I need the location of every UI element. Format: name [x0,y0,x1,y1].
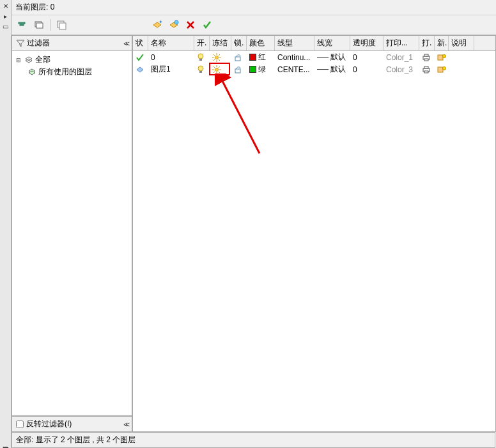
new-vp-icon [437,54,446,61]
header-linetype[interactable]: 线型 [275,36,314,50]
svg-rect-29 [438,55,443,60]
plot-cell[interactable] [419,54,435,61]
svg-rect-45 [424,66,428,68]
svg-rect-15 [199,59,202,61]
lineweight-cell[interactable]: 默认 [314,52,350,63]
freeze-cell[interactable] [210,65,231,74]
layer-states-button[interactable] [54,18,68,32]
collapse-footer-icon[interactable]: << [123,421,128,428]
menu-dock-icon[interactable]: ▭ [1,22,10,31]
svg-point-14 [198,54,203,59]
transparency-cell[interactable]: 0 [350,53,384,62]
svg-line-42 [213,72,215,73]
new-property-filter-button[interactable] [15,18,29,32]
svg-marker-31 [137,67,143,72]
svg-rect-1 [20,24,24,26]
header-color[interactable]: 颜色 [247,36,275,50]
printer-icon [422,54,431,61]
header-name[interactable]: 名称 [148,36,194,50]
header-description[interactable]: 说明 [449,36,474,50]
expand-icon[interactable]: ⊟ [16,57,22,63]
grid-header-row: 状 名称 开. 冻结 锁. 颜色 线型 线宽 透明度 打印... 打. 新. 说… [133,36,495,51]
color-name: 红 [258,52,266,63]
new-group-filter-button[interactable] [32,18,46,32]
filter-panel: 过滤器 << ⊟ 全部 所有使用的图层 [12,35,133,432]
unlock-icon [234,53,242,62]
invert-filter-input[interactable] [16,421,24,428]
grid-body[interactable]: 0 红 Contin [133,51,495,431]
tree-node-used[interactable]: 所有使用的图层 [15,66,129,78]
lineweight-cell[interactable]: 默认 [314,64,350,75]
dock-title-vertical: 图层特性管理器 [1,442,10,448]
svg-rect-47 [438,67,443,72]
transparency-cell[interactable]: 0 [350,65,384,74]
collapse-filter-icon[interactable]: << [123,40,128,47]
color-cell[interactable]: 红 [247,52,275,63]
close-dock-icon[interactable]: ✕ [1,1,10,10]
svg-line-39 [213,66,215,68]
sun-icon [212,65,221,74]
lock-cell[interactable] [231,65,247,74]
invert-filter-checkbox[interactable]: 反转过滤器(I) [16,419,72,429]
content-row: 过滤器 << ⊟ 全部 所有使用的图层 [12,35,496,432]
header-lock[interactable]: 锁. [231,36,247,50]
plotstyle-cell[interactable]: Color_3 [384,65,419,74]
svg-rect-33 [199,71,202,73]
svg-rect-5 [59,23,66,29]
on-cell[interactable] [194,65,210,74]
layer-icon [136,66,144,73]
tree-node-all[interactable]: ⊟ 全部 [15,54,129,66]
header-freeze[interactable]: 冻结 [210,36,231,50]
header-transparency[interactable]: 透明度 [350,36,384,50]
lineweight-sample [317,57,329,58]
unlock-icon [234,65,242,74]
svg-line-40 [219,72,220,73]
tree-label-used: 所有使用的图层 [38,66,92,77]
status-cell[interactable] [133,66,148,73]
layer-grid-panel: 状 名称 开. 冻结 锁. 颜色 线型 线宽 透明度 打印... 打. 新. 说… [133,35,496,432]
freeze-cell[interactable] [210,53,231,62]
set-current-button[interactable] [200,18,214,32]
color-swatch-red [249,54,256,61]
on-cell[interactable] [194,53,210,62]
status-cell[interactable] [133,53,148,62]
svg-line-41 [219,66,220,68]
pin-dock-icon[interactable]: ▸ [1,12,10,20]
svg-point-32 [198,66,203,71]
filter-tree[interactable]: ⊟ 全部 所有使用的图层 [12,51,132,416]
layer-row[interactable]: 图层1 绿 CENT [133,63,495,75]
new-layer-vp-frozen-button[interactable] [167,18,181,32]
delete-layer-button[interactable] [183,18,198,32]
filter-header-label: 过滤器 [27,38,50,49]
header-new[interactable]: 新. [435,36,449,50]
new-layer-button[interactable]: ✦ [150,18,164,32]
svg-line-22 [219,59,220,61]
header-on[interactable]: 开. [194,36,210,50]
lineweight-text: 默认 [330,52,346,63]
lock-cell[interactable] [231,53,247,62]
printer-icon [422,66,431,73]
linetype-cell[interactable]: CENTE... [275,65,314,74]
svg-point-34 [215,68,219,71]
svg-rect-25 [235,57,240,61]
header-status[interactable]: 状 [133,36,148,50]
plot-cell[interactable] [419,66,435,73]
header-lineweight[interactable]: 线宽 [314,36,350,50]
layer-row[interactable]: 0 红 Contin [133,51,495,63]
invert-filter-label: 反转过滤器(I) [26,419,72,429]
name-cell[interactable]: 0 [148,53,194,62]
header-plotstyle[interactable]: 打印... [384,36,419,50]
linetype-cell[interactable]: Continu... [275,53,314,62]
app-window: ✕ ▸ ▭ 图层特性管理器 当前图层: 0 ✦ [0,0,496,448]
lineweight-text: 默认 [330,64,346,75]
new-vp-cell[interactable] [435,66,449,73]
new-vp-cell[interactable] [435,54,449,61]
plotstyle-cell[interactable]: Color_1 [384,53,419,62]
new-vp-icon [437,66,446,73]
svg-rect-46 [424,71,428,73]
status-bar: 全部: 显示了 2 个图层 , 共 2 个图层 [12,432,495,448]
header-plot[interactable]: 打. [419,36,435,50]
name-cell[interactable]: 图层1 [148,64,194,75]
toolbar-separator [50,19,50,31]
color-cell[interactable]: 绿 [247,64,275,75]
